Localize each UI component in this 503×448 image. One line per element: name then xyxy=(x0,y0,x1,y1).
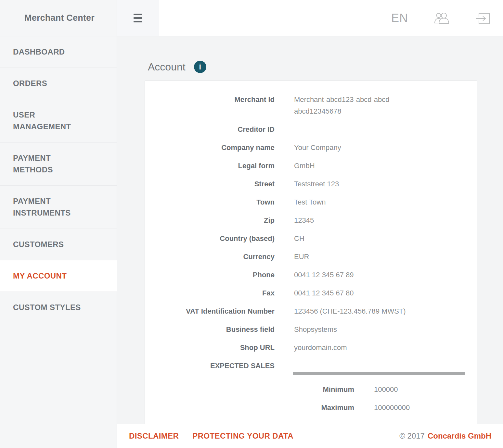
sidebar-item-my-account[interactable]: MY ACCOUNT xyxy=(0,260,117,292)
topbar-actions: EN xyxy=(391,0,503,36)
sidebar-item-payment-instruments[interactable]: PAYMENT INSTRUMENTS xyxy=(0,186,117,229)
field-row-expected-sales: EXPECTED SALES xyxy=(145,360,477,372)
field-row-zip: Zip 12345 xyxy=(145,215,477,226)
field-value: GmbH xyxy=(294,160,424,172)
language-selector[interactable]: EN xyxy=(391,11,408,25)
field-label: Shop URL xyxy=(145,342,275,354)
field-label: Company name xyxy=(145,142,275,154)
sidebar-item-payment-methods[interactable]: PAYMENT METHODS xyxy=(0,143,117,186)
field-row-town: Town Test Town xyxy=(145,196,477,208)
sales-row-maximum: Maximum 100000000 xyxy=(293,402,465,414)
top-bar: EN xyxy=(117,0,503,36)
field-row-creditor-id: Creditor ID xyxy=(145,124,477,135)
field-value: 0041 12 345 67 89 xyxy=(294,269,424,281)
footer: DISCLAIMER PROTECTING YOUR DATA © 2017 C… xyxy=(117,424,503,448)
field-label: Zip xyxy=(145,215,275,226)
footer-links: DISCLAIMER PROTECTING YOUR DATA xyxy=(129,431,293,441)
field-value xyxy=(294,360,424,372)
field-label: VAT Identification Number xyxy=(145,305,275,317)
field-value: EUR xyxy=(294,251,424,263)
field-label: Currency xyxy=(145,251,275,263)
field-row-fax: Fax 0041 12 345 67 80 xyxy=(145,287,477,299)
field-label: Legal form xyxy=(145,160,275,172)
account-fields: Merchant Id Merchant-abcd123-abcd-abcd-a… xyxy=(145,94,477,372)
field-label: Phone xyxy=(145,269,275,281)
field-row-currency: Currency EUR xyxy=(145,251,477,263)
field-label: Minimum xyxy=(293,384,354,395)
sidebar-item-user-management[interactable]: USER MANAGEMENT xyxy=(0,99,117,143)
field-value xyxy=(294,124,424,135)
copyright-company-link[interactable]: Concardis GmbH xyxy=(428,431,491,441)
field-row-business-field: Business field Shopsystems xyxy=(145,324,477,335)
sidebar-item-label: MY ACCOUNT xyxy=(13,270,67,282)
page-title: Account xyxy=(148,61,186,73)
field-value: 100000 xyxy=(374,384,398,395)
field-label: Merchant Id xyxy=(145,94,275,117)
field-row-country: Country (based) CH xyxy=(145,233,477,244)
expected-sales-section: Minimum 100000 Maximum 100000000 xyxy=(293,372,465,424)
field-row-street: Street Teststreet 123 xyxy=(145,178,477,190)
menu-toggle-button[interactable] xyxy=(117,0,159,36)
hamburger-icon xyxy=(134,12,142,24)
sidebar-item-label: PAYMENT INSTRUMENTS xyxy=(13,195,91,219)
sidebar: Merchant Center DASHBOARD ORDERS USER MA… xyxy=(0,0,117,448)
users-icon[interactable] xyxy=(434,12,450,24)
sidebar-item-label: CUSTOM STYLES xyxy=(13,302,81,313)
copyright: © 2017 Concardis GmbH xyxy=(399,431,491,441)
field-row-legal-form: Legal form GmbH xyxy=(145,160,477,172)
main-content: Account i Merchant Id Merchant-abcd123-a… xyxy=(117,36,503,424)
sidebar-item-label: PAYMENT METHODS xyxy=(13,152,91,176)
protecting-your-data-link[interactable]: PROTECTING YOUR DATA xyxy=(192,431,293,441)
field-value: Your Company xyxy=(294,142,424,154)
field-value: 12345 xyxy=(294,215,424,226)
account-card: Merchant Id Merchant-abcd123-abcd-abcd-a… xyxy=(145,81,477,424)
field-value: 100000000 xyxy=(374,402,410,414)
sidebar-nav: DASHBOARD ORDERS USER MANAGEMENT PAYMENT… xyxy=(0,36,117,323)
field-row-merchant-id: Merchant Id Merchant-abcd123-abcd-abcd-a… xyxy=(145,94,477,117)
field-label: Fax xyxy=(145,287,275,299)
sidebar-item-custom-styles[interactable]: CUSTOM STYLES xyxy=(0,292,117,323)
info-icon[interactable]: i xyxy=(194,61,206,73)
sidebar-item-customers[interactable]: CUSTOMERS xyxy=(0,229,117,260)
sidebar-item-orders[interactable]: ORDERS xyxy=(0,68,117,99)
field-label: Country (based) xyxy=(145,233,275,244)
field-row-company-name: Company name Your Company xyxy=(145,142,477,154)
divider-bar-top xyxy=(293,372,465,375)
field-value: Merchant-abcd123-abcd-abcd-abcd12345678 xyxy=(294,94,424,117)
field-label: Business field xyxy=(145,324,275,335)
sales-row-minimum: Minimum 100000 xyxy=(293,384,465,395)
field-value: 123456 (CHE-123.456.789 MWST) xyxy=(294,305,424,317)
field-row-shop-url: Shop URL yourdomain.com xyxy=(145,342,477,354)
disclaimer-link[interactable]: DISCLAIMER xyxy=(129,431,179,441)
merchant-center-app: Merchant Center DASHBOARD ORDERS USER MA… xyxy=(0,0,503,448)
app-title: Merchant Center xyxy=(0,0,117,36)
field-value: 0041 12 345 67 80 xyxy=(294,287,424,299)
expected-sales-rows: Minimum 100000 Maximum 100000000 xyxy=(293,375,465,414)
field-label: EXPECTED SALES xyxy=(145,360,275,372)
field-label: Town xyxy=(145,196,275,208)
field-row-phone: Phone 0041 12 345 67 89 xyxy=(145,269,477,281)
page-heading: Account i xyxy=(148,60,503,74)
field-value: yourdomain.com xyxy=(294,342,424,354)
field-value: Test Town xyxy=(294,196,424,208)
field-row-vat: VAT Identification Number 123456 (CHE-12… xyxy=(145,305,477,317)
sidebar-item-label: ORDERS xyxy=(13,78,47,89)
field-value: CH xyxy=(294,233,424,244)
sidebar-item-label: USER MANAGEMENT xyxy=(13,109,91,132)
field-label: Creditor ID xyxy=(145,124,275,135)
sidebar-item-label: CUSTOMERS xyxy=(13,239,64,250)
copyright-year: © 2017 xyxy=(399,431,425,441)
field-value: Teststreet 123 xyxy=(294,178,424,190)
field-label: Street xyxy=(145,178,275,190)
logout-icon[interactable] xyxy=(476,12,491,25)
sidebar-item-label: DASHBOARD xyxy=(13,46,65,58)
field-value: Shopsystems xyxy=(294,324,424,335)
sidebar-item-dashboard[interactable]: DASHBOARD xyxy=(0,36,117,68)
field-label: Maximum xyxy=(293,402,354,414)
